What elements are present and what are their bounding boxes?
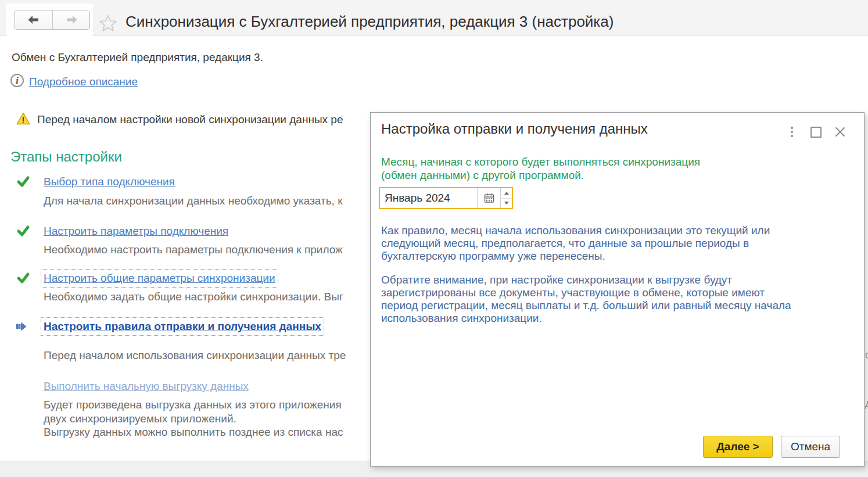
nav-button-group [15,10,90,30]
exchange-description-text: Обмен с Бухгалтерией предприятия, редакц… [12,51,263,64]
dialog-paragraph-line: период регистрации, месяц выплаты и т.д.… [381,299,791,312]
calendar-icon [483,192,495,204]
nav-button-panel [6,3,93,36]
close-icon [834,126,846,138]
arrow-left-icon [27,15,40,25]
month-spinner [500,188,512,208]
dialog-paragraph-line: использования синхронизации. [381,312,542,325]
triangle-up-icon [504,192,509,195]
warning-text: Перед началом настройки новой синхрониза… [37,113,343,126]
dialog-paragraph-line: Как правило, месяц начала использования … [381,224,770,237]
step-desc: Необходимо настроить параметры подключен… [44,243,343,256]
step-desc: Будет произведена выгрузка данных из это… [44,399,342,411]
check-icon [16,271,30,285]
start-month-field[interactable]: Январь 2024 [379,187,513,209]
step-link-send-receive-rules[interactable]: Настроить правила отправки и получения д… [44,320,321,333]
app-window: Синхронизация с Бухгалтерией предприятия… [0,0,868,477]
check-icon [16,224,30,238]
maximize-icon [810,127,822,138]
page-title: Синхронизация с Бухгалтерией предприятия… [125,13,614,31]
next-button[interactable]: Далее > [703,436,773,458]
step-desc: Выгрузку данных можно выполнить позднее … [44,426,343,439]
step-desc: Необходимо задать общие настройки синхро… [44,290,343,303]
kebab-dots-icon [791,127,793,129]
warning-icon [16,112,30,127]
start-month-value[interactable]: Январь 2024 [380,188,477,208]
step-desc: Перед началом использования синхронизаци… [44,349,346,362]
forward-button[interactable] [52,10,89,29]
dialog-hint-line: (обмен данными) с другой программой. [381,169,584,182]
dialog-menu-button[interactable] [785,125,798,138]
step-desc: двух синхронизируемых приложений. [44,413,236,425]
dialog-paragraph-line: следующий месяц, предполагается, что дан… [381,237,749,250]
back-button[interactable] [15,10,52,29]
dialog-close-button[interactable] [834,125,847,138]
dialog-hint-line: Месяц, начиная с которого будет выполнят… [381,156,700,168]
current-step-icon [16,321,30,335]
favorite-star-icon[interactable] [99,14,117,33]
dialog-send-receive-settings: Настройка отправки и получения данных Ме… [370,112,865,467]
clipped-text-fragment: д [865,397,868,410]
spin-up-button[interactable] [501,188,512,198]
detailed-description-link[interactable]: Подробное описание [29,76,138,88]
arrow-right-icon [65,15,78,25]
dialog-paragraph-line: бухгалтерскую программу уже перенесены. [381,250,605,263]
dialog-title: Настройка отправки и получения данных [381,121,648,137]
info-icon [10,74,24,87]
clipped-text-fragment: о [865,349,868,361]
step-link-initial-upload[interactable]: Выполнить начальную выгрузку данных [44,380,249,393]
calendar-picker-button[interactable] [477,188,500,208]
dialog-paragraph-line: Обратите внимание, при настройке синхрон… [381,274,732,286]
check-icon [16,174,30,188]
dialog-maximize-button[interactable] [809,125,822,138]
cancel-button[interactable]: Отмена [781,436,840,458]
stages-heading: Этапы настройки [10,149,122,165]
step-desc: Для начала синхронизации данных необходи… [44,195,342,207]
dialog-paragraph-line: зарегистрированы все документы, участвую… [381,286,765,299]
spin-down-button[interactable] [501,198,512,209]
step-link-common-sync-params[interactable]: Настроить общие параметры синхронизации [44,272,275,285]
triangle-down-icon [504,202,509,205]
top-navigation-bar: Синхронизация с Бухгалтерией предприятия… [0,0,868,36]
step-link-connection-type[interactable]: Выбор типа подключения [44,175,175,188]
step-link-connection-params[interactable]: Настроить параметры подключения [44,225,228,238]
